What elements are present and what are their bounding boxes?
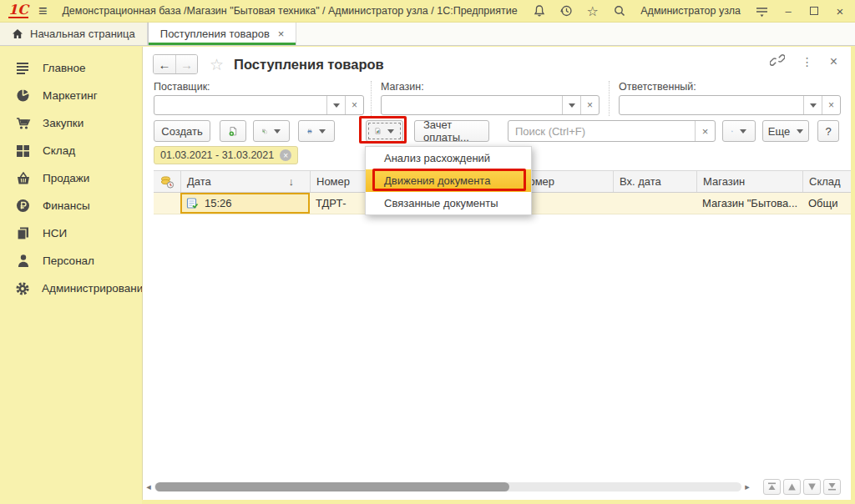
chevron-down-icon [810, 103, 817, 108]
posting-status-column[interactable] [154, 171, 180, 192]
sidebar-label: Персонал [43, 255, 94, 267]
down-icon [807, 483, 817, 491]
ruble-icon [15, 198, 31, 214]
row-in-date-cell[interactable] [613, 193, 696, 214]
column-header-warehouse[interactable]: Склад [802, 171, 851, 192]
go-up-button[interactable] [783, 479, 801, 495]
scroll-left-icon[interactable]: ◂ [143, 481, 154, 492]
search-settings-button[interactable] [722, 120, 756, 142]
main-menu-icon[interactable]: ≡ [38, 3, 48, 20]
sidebar-item-finansy[interactable]: Финансы [0, 192, 142, 219]
coins-clock-icon [160, 175, 175, 189]
back-button[interactable]: ← [154, 55, 175, 73]
row-status-cell [154, 193, 180, 214]
row-store: Магазин "Бытова... [702, 197, 797, 209]
menu-item-related-documents[interactable]: Связанные документы [366, 192, 531, 214]
chevron-down-icon [319, 129, 326, 134]
column-header-store[interactable]: Магазин [696, 171, 802, 192]
scrollbar-thumb[interactable] [155, 482, 509, 491]
menu-item-document-movements[interactable]: Движения документа [366, 169, 531, 192]
row-date-cell[interactable]: 15:26 [180, 193, 310, 214]
sidebar-item-personal[interactable]: Персонал [0, 247, 142, 275]
more-menu-icon[interactable]: ⋮ [802, 55, 813, 68]
supplier-combo[interactable]: × [154, 95, 364, 115]
dropdown-button[interactable] [326, 96, 345, 114]
sidebar-item-zakupki[interactable]: Закупки [0, 109, 142, 137]
column-label: Склад [809, 175, 841, 188]
history-nav: ← → [153, 54, 198, 74]
close-window-button[interactable]: × [833, 4, 847, 18]
column-label: Вх. дата [620, 175, 661, 188]
clear-search-button[interactable]: × [695, 121, 715, 141]
sidebar-item-glavnoe[interactable]: Главное [0, 54, 142, 82]
title-bar: 1С ≡ Демонстрационная база /Магазин "Быт… [0, 0, 855, 23]
period-filter-chip[interactable]: 01.03.2021 - 31.03.2021 × [154, 146, 298, 164]
current-user[interactable]: Администратор узла [640, 5, 741, 17]
remove-period-icon[interactable]: × [280, 149, 291, 161]
search-icon[interactable] [612, 4, 626, 18]
search-field: × [508, 120, 716, 142]
sidebar-item-administrirovanie[interactable]: Администрирование [0, 275, 142, 302]
go-first-button[interactable] [763, 479, 781, 495]
app-window: 1С ≡ Демонстрационная база /Магазин "Быт… [0, 0, 855, 504]
printer-icon [307, 125, 312, 138]
create-button[interactable]: Создать [154, 120, 210, 142]
dropdown-button[interactable] [562, 96, 580, 114]
row-store-cell[interactable]: Магазин "Бытова... [696, 193, 802, 214]
create-based-on-button[interactable] [253, 120, 290, 142]
help-button[interactable]: ? [817, 120, 839, 142]
minimize-button[interactable]: – [782, 5, 795, 18]
chevron-down-icon [333, 103, 340, 108]
sidebar-item-marketing[interactable]: Маркетинг [0, 82, 142, 109]
column-label: Дата [187, 175, 211, 188]
row-warehouse: Общи [808, 197, 838, 209]
clear-button[interactable]: × [580, 96, 599, 114]
payment-offset-button[interactable]: Зачет оплаты... [414, 120, 489, 142]
sidebar-label: Маркетинг [43, 89, 98, 102]
tab-home[interactable]: Начальная страница [0, 23, 148, 45]
sidebar-item-nsi[interactable]: НСИ [0, 219, 142, 247]
horizontal-scrollbar[interactable] [154, 482, 741, 491]
go-last-button[interactable] [823, 479, 841, 495]
tab-postupleniya[interactable]: Поступления товаров × [148, 23, 297, 45]
scroll-right-icon[interactable]: ▸ [741, 481, 753, 492]
sidebar-item-prodazhi[interactable]: Продажи [0, 164, 142, 192]
favorites-star-icon[interactable]: ☆ [585, 4, 600, 18]
column-header-date[interactable]: Дата ↓ [180, 171, 310, 192]
forward-button[interactable]: → [175, 55, 197, 73]
clear-button[interactable]: × [345, 96, 363, 114]
store-combo[interactable]: × [381, 95, 600, 115]
column-label: Магазин [703, 175, 745, 188]
documents-icon [15, 225, 31, 241]
maximize-button[interactable] [807, 5, 821, 18]
history-icon[interactable] [559, 4, 573, 18]
favorite-star-icon[interactable]: ☆ [210, 55, 224, 74]
clear-button[interactable]: × [822, 96, 840, 114]
forward-arrow-icon: → [180, 58, 193, 72]
more-actions-button[interactable]: Еще [762, 120, 809, 142]
settings-icon[interactable] [755, 4, 769, 18]
print-button[interactable] [298, 120, 335, 142]
tab-close-icon[interactable]: × [278, 28, 285, 40]
column-label: Номер [316, 175, 350, 188]
go-down-button[interactable] [803, 479, 821, 495]
store-label: Магазин: [381, 81, 600, 93]
create-copy-button[interactable] [220, 120, 246, 142]
dropdown-button[interactable] [803, 96, 822, 114]
notifications-bell-icon[interactable] [532, 4, 546, 18]
row-number: ТДРТ- [316, 197, 347, 209]
reports-button[interactable] [366, 120, 403, 142]
column-header-in-date[interactable]: Вх. дата [613, 171, 696, 192]
supplier-label: Поставщик: [154, 81, 364, 93]
horizontal-scroll-area: ◂ ▸ [143, 476, 851, 497]
menu-item-discrepancy-analysis[interactable]: Анализ расхождений [366, 147, 531, 169]
search-input[interactable] [508, 125, 695, 138]
sidebar-label: Продажи [43, 172, 89, 184]
row-warehouse-cell[interactable]: Общи [802, 193, 851, 214]
tab-bar: Начальная страница Поступления товаров × [0, 23, 855, 46]
close-form-icon[interactable]: × [830, 54, 837, 69]
list-navigation [763, 479, 841, 495]
responsible-combo[interactable]: × [619, 95, 841, 115]
sidebar-item-sklad[interactable]: Склад [0, 137, 142, 164]
link-icon[interactable] [770, 53, 785, 69]
